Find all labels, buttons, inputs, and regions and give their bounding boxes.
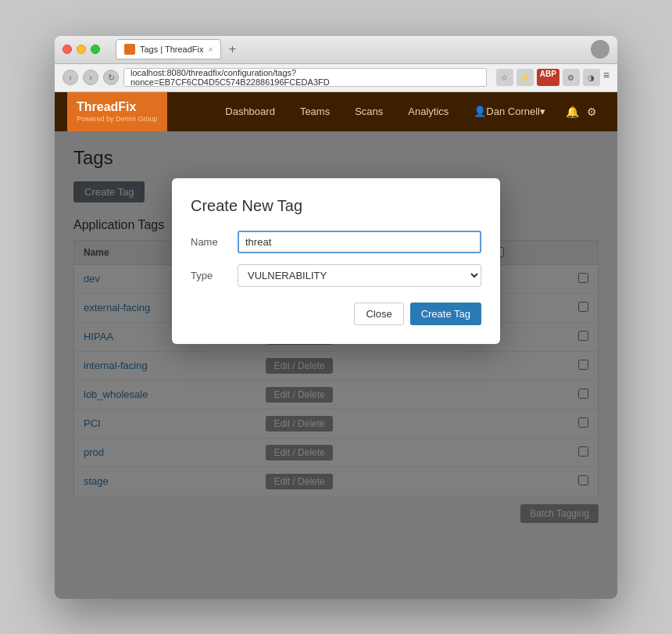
type-label: Type <box>191 270 238 281</box>
name-label: Name <box>191 236 238 248</box>
user-dropdown-icon: ▾ <box>540 106 545 117</box>
user-icon: 👤 <box>474 106 486 117</box>
close-window-button[interactable] <box>63 45 72 54</box>
nav-dashboard[interactable]: Dashboard <box>213 92 288 131</box>
browser-menu-icon[interactable]: ≡ <box>603 69 609 86</box>
traffic-lights <box>63 45 100 54</box>
tab-favicon-icon <box>124 44 135 55</box>
tab-area: Tags | ThreadFix × + <box>116 39 591 59</box>
nav-scans[interactable]: Scans <box>342 92 395 131</box>
nav-user[interactable]: 👤 Dan Cornell ▾ <box>461 92 558 131</box>
star-icon[interactable]: ☆ <box>496 69 513 86</box>
logo: ThreadFix Powered by Denim Group <box>77 100 158 123</box>
tab-close-icon[interactable]: × <box>209 45 213 54</box>
page-body: Tags Create Tag Application Tags Name Ed… <box>55 131 617 599</box>
name-form-row: Name <box>191 231 481 253</box>
create-tag-modal-button[interactable]: Create Tag <box>410 303 481 325</box>
nav-analytics[interactable]: Analytics <box>395 92 461 131</box>
browser-tab[interactable]: Tags | ThreadFix × <box>116 39 221 59</box>
forward-button[interactable]: › <box>83 70 98 85</box>
profile-icon <box>591 40 609 59</box>
sync-icon[interactable]: ◑ <box>583 69 600 86</box>
url-bar[interactable]: localhost:8080/threadfix/configuration/t… <box>123 68 487 87</box>
page-content: ThreadFix Powered by Denim Group Dashboa… <box>55 92 617 599</box>
logo-area: ThreadFix Powered by Denim Group <box>67 92 167 131</box>
nav-teams[interactable]: Teams <box>288 92 342 131</box>
address-bar: ‹ › ↻ localhost:8080/threadfix/configura… <box>55 64 617 92</box>
new-tab-button[interactable]: + <box>224 41 240 57</box>
nav-items: Dashboard Teams Scans Analytics 👤 Dan Co… <box>213 92 605 131</box>
notifications-icon[interactable]: 🔔 <box>566 106 579 118</box>
extensions-icon[interactable]: ⚡ <box>517 69 534 86</box>
back-button[interactable]: ‹ <box>63 70 78 85</box>
nav-icons: 🔔 ⚙ <box>566 106 605 118</box>
name-input[interactable] <box>238 231 481 253</box>
type-form-row: Type VULNERABILITY APPLICATION <box>191 264 481 287</box>
modal-title: Create New Tag <box>191 197 481 215</box>
title-bar: Tags | ThreadFix × + <box>55 36 617 64</box>
url-text: localhost:8080/threadfix/configuration/t… <box>130 68 480 87</box>
modal-overlay: Create New Tag Name Type VULNERABILITY A… <box>55 131 617 599</box>
close-modal-button[interactable]: Close <box>354 303 403 325</box>
create-tag-modal: Create New Tag Name Type VULNERABILITY A… <box>172 178 500 344</box>
logo-sub: Powered by Denim Group <box>77 115 158 123</box>
app-header: ThreadFix Powered by Denim Group Dashboa… <box>55 92 617 131</box>
type-select[interactable]: VULNERABILITY APPLICATION <box>238 264 481 287</box>
abp-badge[interactable]: ABP <box>537 69 559 86</box>
modal-footer: Close Create Tag <box>191 303 481 325</box>
user-name: Dan Cornell <box>486 106 540 117</box>
minimize-window-button[interactable] <box>77 45 86 54</box>
settings-icon[interactable]: ⚙ <box>587 106 597 118</box>
plugin-icon[interactable]: ⚙ <box>563 69 580 86</box>
refresh-button[interactable]: ↻ <box>103 70 119 85</box>
logo-text: ThreadFix <box>77 100 158 114</box>
browser-window: Tags | ThreadFix × + ‹ › ↻ localhost:808… <box>55 36 617 599</box>
url-icons: ☆ ⚡ ABP ⚙ ◑ ≡ <box>496 69 609 86</box>
tab-title: Tags | ThreadFix <box>140 45 204 54</box>
maximize-window-button[interactable] <box>91 45 100 54</box>
